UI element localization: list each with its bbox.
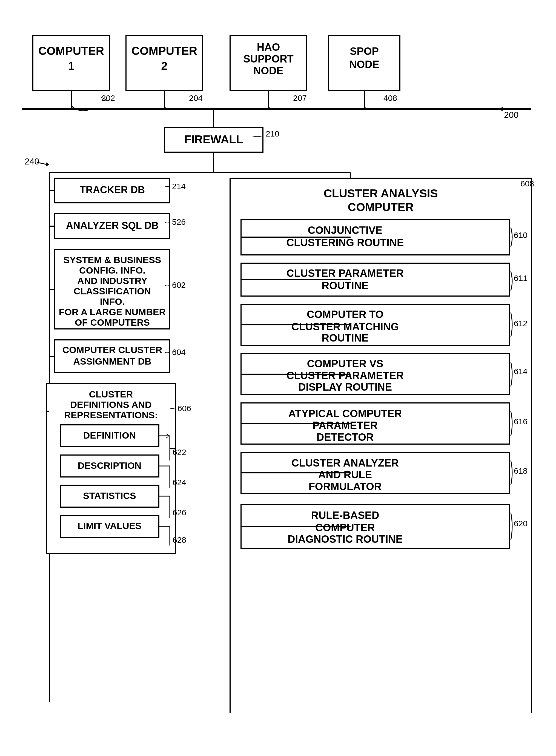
hao-label1: HAO <box>257 41 280 53</box>
cluster-analyzer-l3: FORMULATOR <box>309 481 382 492</box>
spop-label1: SPOP <box>350 45 379 57</box>
comp-vs-l1: COMPUTER VS <box>307 358 383 369</box>
sys-biz-l5: INFO. <box>100 296 125 307</box>
statistics-label: STATISTICS <box>83 490 136 501</box>
arrow-200-head <box>499 107 502 111</box>
comp-match-l2: CLUSTER MATCHING <box>291 321 399 332</box>
rule-l1: RULE-BASED <box>311 510 379 521</box>
atypical-l1: ATYPICAL COMPUTER <box>288 408 402 419</box>
ref-214: 214 <box>172 182 186 191</box>
cluster-analysis-h2: COMPUTER <box>348 201 414 213</box>
tracker-db-label: TRACKER DB <box>80 184 145 195</box>
conj-l2: CLUSTERING ROUTINE <box>286 237 404 248</box>
ref-210: 210 <box>266 129 279 138</box>
cluster-analysis-outer <box>230 178 531 713</box>
rule-l2: COMPUTER <box>315 522 375 533</box>
arrow-240-head <box>46 162 49 167</box>
computer2-label2: 2 <box>161 60 167 72</box>
diagram-svg: COMPUTER 1 COMPUTER 2 HAO SUPPORT NODE S… <box>22 33 542 713</box>
ref-616: 616 <box>514 417 527 426</box>
cluster-assign-l2: ASSIGNMENT DB <box>73 356 151 366</box>
firewall-label: FIREWALL <box>184 133 243 146</box>
conj-l1: CONJUNCTIVE <box>308 225 382 236</box>
cluster-assign-l1: COMPUTER CLUSTER <box>63 344 163 355</box>
ref-611: 611 <box>514 273 527 283</box>
ref-240: 240 <box>25 157 39 166</box>
cluster-defs-l3: REPRESENTATIONS: <box>64 410 158 420</box>
cluster-defs-l2: DEFINITIONS AND <box>70 399 151 410</box>
clus-param-l2: ROUTINE <box>322 280 369 291</box>
atypical-l3: DETECTOR <box>317 431 374 443</box>
sys-biz-l4: CLASSIFICATION <box>74 286 151 296</box>
limit-values-label: LIMIT VALUES <box>77 521 142 531</box>
ref-526: 526 <box>172 217 186 226</box>
sys-biz-l7: OF COMPUTERS <box>75 317 150 328</box>
comp-match-l1: COMPUTER TO <box>307 309 383 320</box>
atypical-l2: PARAMETER <box>313 420 378 431</box>
cluster-defs-l1: CLUSTER <box>89 389 133 399</box>
ref-204: 204 <box>189 94 203 102</box>
clus-param-l1: CLUSTER PARAMETER <box>286 267 404 279</box>
ref-602: 602 <box>172 281 186 290</box>
sys-biz-l3: AND INDUSTRY <box>77 275 147 286</box>
computer1-label2: 1 <box>68 60 74 72</box>
comp-match-l3: ROUTINE <box>322 332 369 344</box>
description-label: DESCRIPTION <box>78 460 141 471</box>
ref-622: 622 <box>173 448 186 457</box>
sys-biz-l2: CONFIG. INFO. <box>79 265 145 275</box>
page: COMPUTER 1 COMPUTER 2 HAO SUPPORT NODE S… <box>0 0 556 756</box>
ref-604: 604 <box>172 348 186 357</box>
sys-biz-l1: SYSTEM & BUSINESS <box>63 255 161 265</box>
ref-207: 207 <box>293 94 307 102</box>
ref-606: 606 <box>177 404 191 413</box>
cluster-analysis-h1: CLUSTER ANALYSIS <box>324 187 438 200</box>
computer2-label: COMPUTER <box>132 44 197 57</box>
ref-200: 200 <box>504 110 519 120</box>
ref-618: 618 <box>514 466 527 475</box>
ref-628: 628 <box>173 535 186 545</box>
cluster-analyzer-l2: AND RULE <box>318 469 372 481</box>
analyzer-sql-db-label: ANALYZER SQL DB <box>66 220 159 231</box>
spop-label2: NODE <box>349 59 379 70</box>
ref-612: 612 <box>514 319 527 328</box>
ref-624: 624 <box>173 478 186 487</box>
ref-620: 620 <box>514 519 527 528</box>
ref-614: 614 <box>514 367 527 376</box>
hao-label3: NODE <box>253 65 283 76</box>
computer1-label: COMPUTER <box>38 44 104 57</box>
rule-l3: DIAGNOSTIC ROUTINE <box>287 533 403 545</box>
hao-label2: SUPPORT <box>243 53 293 65</box>
ref-610: 610 <box>514 231 527 239</box>
comp-vs-l3: DISPLAY ROUTINE <box>298 381 392 393</box>
sys-biz-l6: FOR A LARGE NUMBER <box>59 307 166 317</box>
ref-408: 408 <box>383 94 397 102</box>
comp-vs-l2: CLUSTER PARAMETER <box>286 370 404 381</box>
cluster-analyzer-l1: CLUSTER ANALYZER <box>291 457 399 469</box>
ref-608: 608 <box>520 179 534 188</box>
definition-label: DEFINITION <box>83 430 136 440</box>
ref-202: 202 <box>101 94 115 102</box>
ref-626: 626 <box>173 508 186 517</box>
